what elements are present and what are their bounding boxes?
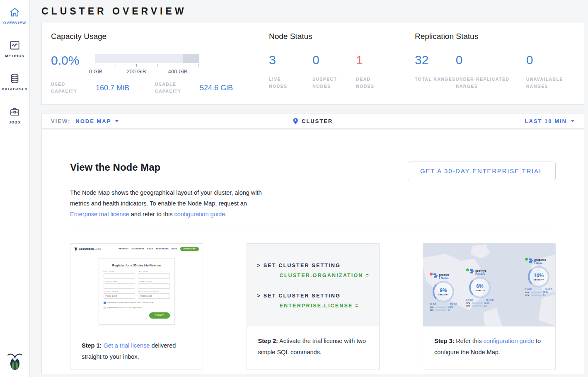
nodes-icon <box>529 259 533 262</box>
email-updates-checkbox-row: I would like to receive email updates ab… <box>104 302 170 304</box>
gauge-tick <box>136 64 137 67</box>
used-capacity-label: USED CAPACITY <box>51 81 83 95</box>
qps-label: QPS <box>466 305 471 307</box>
suspect-nodes-value: 0 <box>312 53 356 67</box>
capacity-ring: 9% CAPACITY <box>433 281 454 302</box>
disk-used: 3.7 GiB <box>466 299 473 301</box>
under-replicated-ranges-label: UNDER-REPLICATED RANGES <box>456 76 518 90</box>
nav-docs[interactable]: DOCS <box>147 248 153 250</box>
sidebar-item-jobs[interactable]: JOBS <box>0 99 29 133</box>
nodes-icon <box>433 273 438 277</box>
unavailable-ranges-label: UNAVAILABLE RANGES <box>526 76 584 90</box>
page-title: CLUSTER OVERVIEW <box>41 6 187 17</box>
unavailable-ranges-value: 0 <box>526 53 584 67</box>
live-nodes-label: LIVE NODES <box>269 76 295 90</box>
suspect-nodes-stat: 0 SUSPECT NODES <box>312 53 356 90</box>
time-range-value: LAST 10 MIN <box>525 118 567 124</box>
cpu-bar <box>436 307 446 308</box>
tick-label: 400 GiB <box>168 68 188 75</box>
node-map-description: The Node Map shows the geographical layo… <box>70 187 268 220</box>
reason-for-interest-select[interactable]: Please Select <box>138 293 170 299</box>
view-selector-dropdown[interactable]: NODE MAP <box>75 118 119 124</box>
configuration-guide-link[interactable]: configuration guide <box>483 338 534 344</box>
used-capacity-stat: USED CAPACITY 160.7 MiB <box>51 81 129 95</box>
unavailable-ranges-stat: 0 UNAVAILABLE RANGES <box>526 53 584 90</box>
software-license-agreement-link[interactable]: Software License Agreement. <box>119 307 142 309</box>
region-node-count: 2 Nodes <box>475 273 486 275</box>
nav-blog[interactable]: BLOG <box>172 248 177 250</box>
sidebar-item-label: METRICS <box>5 54 24 58</box>
company-email-label: COMPANY EMAIL <box>138 281 170 283</box>
sidebar-item-databases[interactable]: DATABASES <box>0 66 29 99</box>
total-ranges-stat: 32 TOTAL RANGES <box>415 53 456 90</box>
capacity-ring: 10% CAPACITY <box>528 266 549 288</box>
capacity-label: CAPACITY <box>534 279 544 281</box>
sidebar-item-overview[interactable]: OVERVIEW <box>0 0 29 33</box>
get-trial-license-link[interactable]: Get a trial license <box>103 342 150 349</box>
submit-button[interactable]: SUBMIT <box>149 312 169 319</box>
first-name-field[interactable] <box>104 273 136 279</box>
qps-bar <box>531 295 542 296</box>
region-node-count: 1 Node <box>534 262 546 264</box>
company-email-field[interactable] <box>138 283 170 289</box>
step-2-label: Step 2: <box>258 338 278 344</box>
cluster-summary-panel: Capacity Usage 0.0% 0 GiB 200 <box>41 23 584 105</box>
project-phase-label: PROJECT PHASE <box>104 291 136 292</box>
nav-resources[interactable]: RESOURCES <box>156 248 169 250</box>
replication-status-title: Replication Status <box>415 32 584 41</box>
checkbox-checked-icon[interactable] <box>104 302 106 304</box>
project-phase-select[interactable]: Please Select <box>104 293 136 299</box>
region-name: geo=sfo <box>439 273 449 276</box>
qps-value: 4.4 <box>543 294 545 296</box>
region-node-count: 2 Nodes <box>439 277 449 279</box>
email-updates-checkbox-label: I would like to receive email updates ab… <box>107 302 154 304</box>
tick-label: 0 GiB <box>89 68 103 75</box>
sql-arg-line: ENTERPRISE.LICENSE = <box>280 303 379 309</box>
usable-capacity-label: USABLE CAPACITY <box>155 81 187 95</box>
first-name-label: FIRST NAME <box>104 271 136 273</box>
usable-capacity-value: 524.6 GiB <box>200 84 233 92</box>
license-agreement-checkbox-row: I agree to the Software License Agreemen… <box>104 307 170 309</box>
step-1-card: Cockroach LABS PRODUCT CUSTOMERS DOCS RE… <box>70 243 203 370</box>
last-name-field[interactable] <box>138 273 170 279</box>
disk-used: 3.2 GiB <box>430 303 436 305</box>
trial-registration-form: Register for a 30-day trial license FIRS… <box>99 258 175 325</box>
checkbox-unchecked-icon[interactable] <box>104 307 106 309</box>
site-nav: PRODUCT CUSTOMERS DOCS RESOURCES BLOG DO… <box>116 247 199 251</box>
step-3-card: geo=sfo 2 Nodes 9% CAPACITY 3.2 GiB351 G… <box>423 243 556 370</box>
sidebar-item-label: DATABASES <box>2 87 27 91</box>
sql-commands-block: > SET CLUSTER SETTING CLUSTER.ORGANIZATI… <box>247 244 379 326</box>
node-status-title: Node Status <box>269 32 415 41</box>
cpu-bar <box>472 302 483 304</box>
sidebar-item-metrics[interactable]: METRICS <box>0 33 29 66</box>
cockroach-labs-brand: Cockroach LABS <box>74 247 101 251</box>
dead-nodes-label: DEAD NODES <box>356 76 382 90</box>
capacity-usage-section: Capacity Usage 0.0% 0 GiB 200 <box>51 32 269 104</box>
nav-product[interactable]: PRODUCT <box>119 248 128 250</box>
disk-total: 364 GiB <box>545 288 552 290</box>
view-selector-value: NODE MAP <box>75 118 111 124</box>
enterprise-trial-license-link[interactable]: Enterprise trial license <box>70 211 129 218</box>
step-3-caption: Step 3: Refer this configuration guide t… <box>423 326 555 358</box>
download-button[interactable]: DOWNLOAD <box>180 247 199 251</box>
capacity-gauge-bar <box>95 54 199 63</box>
time-range-dropdown[interactable]: LAST 10 MIN <box>525 118 575 124</box>
qps-value: 0.0 <box>484 305 486 307</box>
usable-capacity-stat: USABLE CAPACITY 524.6 GiB <box>155 81 233 95</box>
qps-bar <box>436 309 446 311</box>
gauge-tick <box>198 64 198 67</box>
step-2-caption: Step 2: Activate the trial license with … <box>247 326 379 358</box>
configuration-guide-link[interactable]: configuration guide <box>174 211 225 218</box>
company-name-field[interactable] <box>104 283 136 289</box>
healthy-status-icon <box>525 258 528 261</box>
enterprise-trial-button[interactable]: GET A 30-DAY ENTERPRISE TRIAL <box>408 162 556 180</box>
healthy-status-icon <box>466 268 469 271</box>
view-label: VIEW: <box>51 118 70 124</box>
qps-label: QPS <box>525 294 530 296</box>
disk-used: 3.6 GiB <box>525 288 532 290</box>
step-1-caption: Step 1: Get a trial license delivered st… <box>70 331 203 362</box>
nav-customers[interactable]: CUSTOMERS <box>131 248 144 250</box>
under-replicated-ranges-stat: 0 UNDER-REPLICATED RANGES <box>456 53 526 90</box>
sidebar-item-label: OVERVIEW <box>3 21 26 25</box>
home-icon <box>9 7 20 18</box>
